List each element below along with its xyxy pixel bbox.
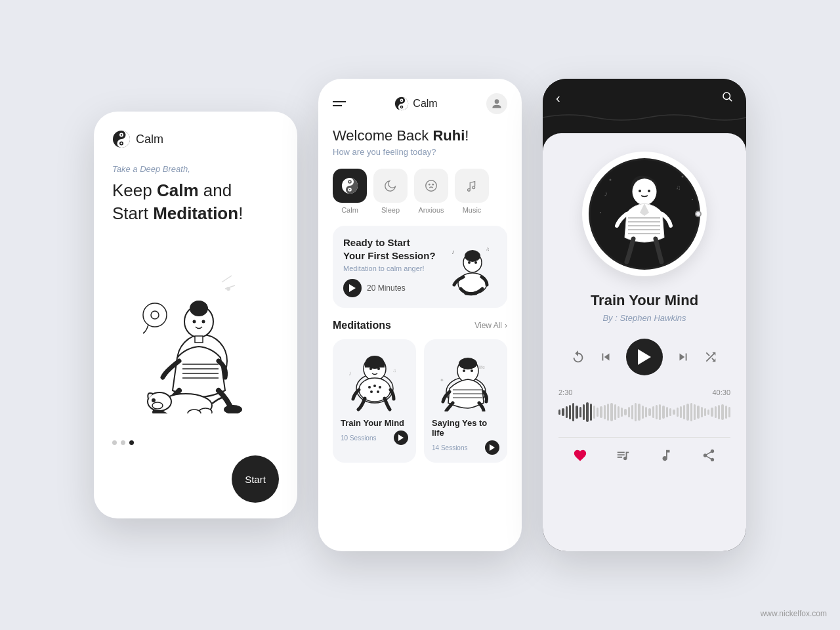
mood-sleep[interactable]: Sleep [373,169,408,214]
splash-headline: Keep Calm and Start Meditation! [112,179,279,225]
playlist-button[interactable] [612,444,634,467]
pagination-dots [112,440,279,445]
svg-point-43 [474,261,477,264]
start-button[interactable]: Start [232,455,279,503]
share-button[interactable] [698,444,720,467]
welcome-text: Welcome Back Ruhi! [333,127,507,144]
mood-anxious[interactable]: Anxious [414,169,448,214]
headline-bold1: Calm [157,180,199,200]
play-pause-button[interactable] [626,339,663,375]
splash-illustration [123,262,268,413]
svg-point-49 [369,368,372,370]
svg-point-20 [152,402,163,409]
player-top-bar: ‹ [543,79,746,106]
svg-point-27 [401,106,402,108]
svg-point-78 [639,190,641,192]
waveform-bar-1 [562,408,564,416]
mood-calm-label: Calm [341,206,358,214]
previous-button[interactable] [598,350,613,364]
meditation-card-1-play[interactable] [394,430,408,445]
waveform-bar-11 [597,408,598,417]
music-button[interactable] [655,444,677,467]
waveform-bar-2 [566,406,568,418]
svg-text:♪: ♪ [604,189,608,198]
player-controls [571,339,718,375]
shuffle-icon [704,350,718,364]
headline-newline: Start [112,203,153,223]
next-button[interactable] [676,350,690,364]
svg-point-52 [368,386,371,388]
svg-point-4 [121,142,122,144]
view-all-btn[interactable]: View All › [474,321,507,330]
music-note-icon [465,178,479,193]
nav-logo: Calm [394,96,437,111]
svg-marker-59 [398,434,404,441]
welcome-prefix: Welcome Back [333,127,432,144]
hamburger-menu[interactable] [333,101,346,106]
play-icon [349,284,356,292]
waveform-bar-3 [569,405,571,419]
meditations-title: Meditations [333,320,391,331]
svg-point-28 [495,99,499,104]
waveform-bar-6 [579,407,581,417]
svg-point-36 [432,184,434,186]
back-button[interactable]: ‹ [556,91,560,106]
waveform-bar-40 [697,406,699,419]
waveform-bar-8 [586,402,588,422]
headline-bold2: Meditation [153,203,238,223]
waveform-bar-29 [659,404,661,420]
waveform[interactable] [558,400,730,424]
mood-calm[interactable]: Calm [333,169,367,214]
svg-point-70 [609,178,611,180]
svg-point-34 [426,180,437,192]
svg-point-54 [379,386,381,388]
phone-home: Calm Welcome Back Ruhi! How are you feel… [318,79,522,551]
yin-yang-logo [112,130,131,148]
svg-point-33 [349,189,350,190]
mood-sleep-label: Sleep [381,206,400,214]
mood-anxious-icon [414,169,448,203]
mood-selector: Calm Sleep [333,169,507,214]
svg-point-71 [681,175,683,177]
meditation-card-2[interactable]: life ✦ Saying Yes to life 14 Sessions [424,339,507,463]
favorite-button[interactable] [569,444,591,467]
previous-icon [598,350,613,364]
hamburger-line-1 [333,101,346,102]
search-button[interactable] [721,91,733,106]
waveform-bar-16 [614,404,616,420]
svg-point-32 [349,181,350,182]
svg-point-56 [377,390,379,393]
logo-row: Calm [112,130,279,148]
waveform-bar-23 [638,404,640,421]
chevron-right-icon: › [505,321,507,330]
meditations-header: Meditations View All › [333,320,507,331]
waveform-bar-14 [607,404,609,421]
waveform-bar-20 [628,407,630,417]
track-author: By : Stephen Hawkins [602,313,686,323]
meditation-card-1[interactable]: ♪ ♫ Train Your Mind 10 Sessions [333,339,416,463]
user-avatar[interactable] [486,93,507,114]
session-play-button[interactable] [343,279,362,297]
svg-point-53 [373,385,376,387]
waveform-bar-30 [662,406,664,419]
view-all-text: View All [474,321,502,330]
phone-splash: Calm Take a Deep Breath, Keep Calm and S… [94,112,297,518]
mood-music[interactable]: Music [455,169,489,214]
waveform-bar-38 [690,403,692,421]
waveform-bar-49 [728,407,730,417]
meditation-card-2-play[interactable] [485,440,499,455]
waveform-bar-0 [558,410,560,415]
waveform-bar-47 [721,404,723,420]
progress-section: 2:30 40:30 [558,388,730,424]
headline-suffix: ! [238,203,243,223]
svg-point-37 [472,186,475,189]
session-card-desc: Meditation to calm anger! [343,264,444,272]
svg-point-77 [633,178,656,205]
svg-text:♫: ♫ [392,368,396,373]
svg-text:♪: ♪ [452,248,455,255]
album-art: ♪ ♫ [582,152,707,276]
mood-anxious-label: Anxious [418,206,444,214]
shuffle-button[interactable] [704,350,718,364]
replay-button[interactable] [571,350,585,364]
player-content: ♪ ♫ [543,133,746,551]
